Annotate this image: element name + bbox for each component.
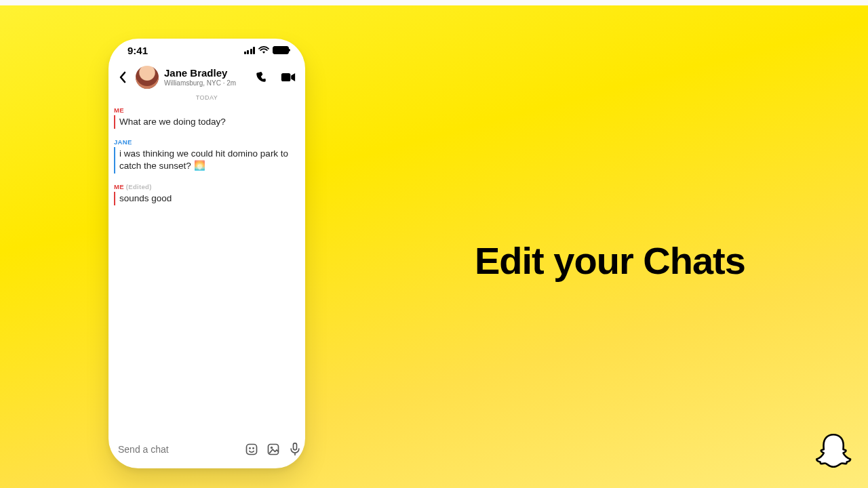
sender-label: ME [114,106,124,114]
chevron-left-icon [118,71,127,83]
message-item[interactable]: JANE i was thinking we could hit domino … [114,138,300,173]
voice-button[interactable] [288,442,302,457]
message-body: i was thinking we could hit domino park … [114,147,300,173]
sticker-icon [245,443,258,456]
svg-point-5 [271,447,273,449]
contact-info[interactable]: Jane Bradley Williamsburg, NYC · 2m [164,68,245,87]
promo-headline: Edit your Chats [475,239,745,283]
snapchat-ghost-icon [811,431,856,476]
message-body: What are we doing today? [114,115,300,129]
status-bar: 9:41 [108,39,305,62]
svg-point-2 [249,447,250,449]
message-list: ME What are we doing today? JANE i was t… [108,106,305,437]
date-divider: TODAY [108,94,305,101]
status-indicators [244,46,290,54]
message-body: sounds good [114,192,300,205]
wifi-icon [258,46,269,54]
gallery-button[interactable] [267,442,280,457]
svg-rect-6 [294,443,297,450]
sticker-button[interactable] [245,442,258,457]
video-call-button[interactable] [278,68,298,86]
message-item[interactable]: ME (Edited) sounds good [114,183,300,205]
chat-text-input[interactable] [118,444,237,455]
sender-label: ME [114,183,124,190]
back-button[interactable] [115,70,130,85]
message-item[interactable]: ME What are we doing today? [114,106,300,129]
image-icon [267,443,280,456]
contact-avatar[interactable] [136,66,159,89]
contact-name: Jane Bradley [164,68,245,79]
cellular-icon [244,47,256,54]
microphone-icon [288,442,302,457]
promo-canvas: Edit your Chats 9:41 [0,0,868,488]
svg-rect-0 [281,73,291,81]
svg-point-3 [252,447,254,449]
contact-subtitle: Williamsburg, NYC · 2m [164,79,245,87]
sender-label: JANE [114,138,132,146]
video-icon [281,72,296,83]
svg-rect-1 [247,445,257,455]
battery-icon [273,46,289,54]
phone-icon [255,71,267,83]
top-strip [0,0,868,5]
chat-header: Jane Bradley Williamsburg, NYC · 2m [108,62,305,96]
chat-input-bar [108,437,305,468]
phone-frame: 9:41 Jane Bradle [108,39,305,468]
edited-tag: (Edited) [126,183,152,190]
status-time: 9:41 [127,45,148,56]
audio-call-button[interactable] [251,68,271,86]
